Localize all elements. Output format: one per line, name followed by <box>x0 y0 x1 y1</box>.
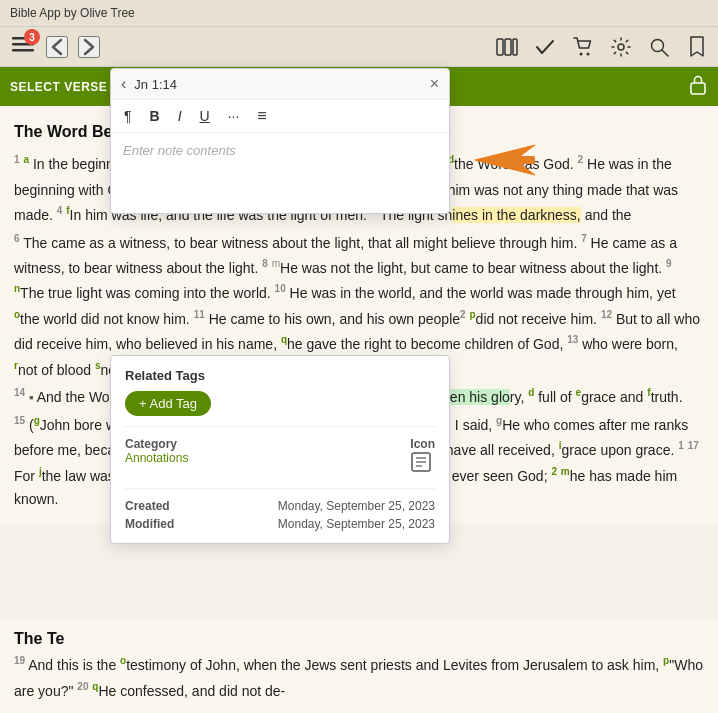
cart-icon[interactable] <box>572 36 594 58</box>
bottom-section: The Te 19 And this is the otestimony of … <box>0 620 718 713</box>
svg-rect-2 <box>12 49 34 52</box>
forward-icon <box>83 38 95 56</box>
svg-rect-11 <box>691 83 705 94</box>
modified-row: Modified Monday, September 25, 2023 <box>125 517 435 531</box>
panel-divider <box>125 426 435 427</box>
note-marker[interactable]: ▪ <box>29 390 34 405</box>
bottom-section-title: The Te <box>14 630 704 648</box>
library-icon[interactable] <box>496 36 518 58</box>
category-value: Annotations <box>125 451 188 465</box>
toolbar-paragraph-btn[interactable]: ¶ <box>119 105 137 127</box>
created-value: Monday, September 25, 2023 <box>278 499 435 513</box>
note-editor-back-button[interactable]: ‹ <box>121 75 126 93</box>
svg-rect-13 <box>505 156 535 164</box>
note-editor: ‹ Jn 1:14 × ¶ B I U ··· ≡ Enter note con… <box>110 68 450 214</box>
note-toolbar: ¶ B I U ··· ≡ <box>111 100 449 133</box>
svg-rect-4 <box>505 39 511 55</box>
note-editor-ref: Jn 1:14 <box>134 77 177 92</box>
notification-badge: 3 <box>24 29 40 45</box>
note-editor-close-button[interactable]: × <box>430 75 439 93</box>
toolbar-more-btn[interactable]: ··· <box>223 105 245 127</box>
toolbar-italic-btn[interactable]: I <box>173 105 187 127</box>
category-row: Category Annotations Icon <box>125 437 435 478</box>
select-verse-label: SELECT VERSE <box>10 80 107 94</box>
back-button[interactable] <box>46 36 68 58</box>
svg-point-6 <box>580 52 583 55</box>
toolbar-underline-btn[interactable]: U <box>195 105 215 127</box>
toolbar-bold-btn[interactable]: B <box>145 105 165 127</box>
back-icon <box>51 38 63 56</box>
svg-rect-3 <box>497 39 503 55</box>
note-panel: Related Tags + Add Tag Category Annotati… <box>110 355 450 544</box>
created-row: Created Monday, September 25, 2023 <box>125 499 435 513</box>
icon-label: Icon <box>410 437 435 451</box>
category-label: Category <box>125 437 188 451</box>
title-bar: Bible App by Olive Tree <box>0 0 718 27</box>
app-title: Bible App by Olive Tree <box>10 6 135 20</box>
svg-point-7 <box>587 52 590 55</box>
svg-line-10 <box>662 50 668 56</box>
related-tags-title: Related Tags <box>125 368 435 383</box>
svg-point-8 <box>618 44 624 50</box>
checkmark-icon[interactable] <box>534 36 556 58</box>
modified-label: Modified <box>125 517 174 531</box>
panel-icon <box>410 451 435 478</box>
bookmark-icon[interactable] <box>686 36 708 58</box>
search-icon[interactable] <box>648 36 670 58</box>
menu-button[interactable]: 3 <box>10 33 36 60</box>
nav-right <box>496 36 708 58</box>
add-tag-button[interactable]: + Add Tag <box>125 391 211 416</box>
modified-value: Monday, September 25, 2023 <box>278 517 435 531</box>
bottom-verse-text: 19 And this is the otestimony of John, w… <box>14 652 704 703</box>
forward-button[interactable] <box>78 36 100 58</box>
orange-arrow <box>450 135 540 189</box>
panel-divider-2 <box>125 488 435 489</box>
svg-rect-5 <box>513 39 517 55</box>
nav-left: 3 <box>10 33 100 60</box>
nav-bar: 3 <box>0 27 718 67</box>
note-editor-header: ‹ Jn 1:14 × <box>111 69 449 100</box>
note-body[interactable]: Enter note contents <box>111 133 449 213</box>
created-label: Created <box>125 499 170 513</box>
toolbar-list-btn[interactable]: ≡ <box>252 104 271 128</box>
lock-icon[interactable] <box>688 73 708 100</box>
note-placeholder: Enter note contents <box>123 143 236 158</box>
settings-icon[interactable] <box>610 36 632 58</box>
